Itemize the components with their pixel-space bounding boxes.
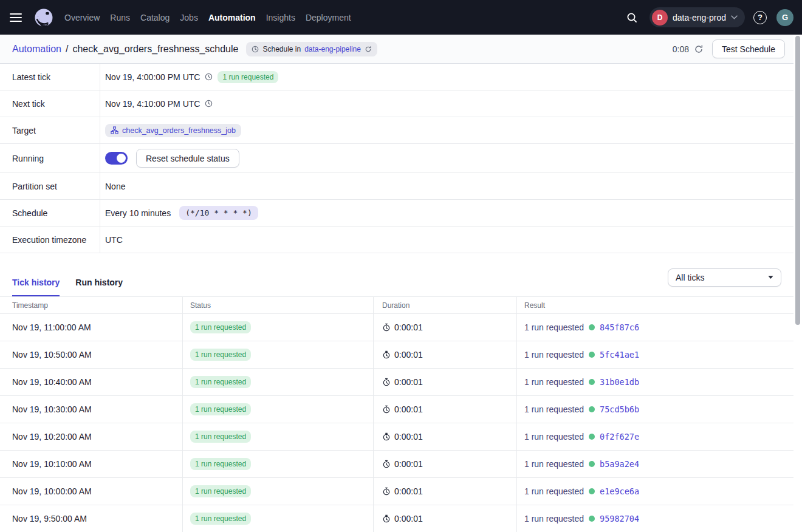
stopwatch-icon: [382, 487, 391, 496]
nav-item-insights[interactable]: Insights: [266, 13, 295, 22]
detail-row-running: Running Reset schedule status: [0, 144, 793, 173]
vertical-scrollbar[interactable]: [795, 36, 800, 325]
target-job-link[interactable]: check_avg_orders_freshness_job: [122, 126, 236, 135]
tick-result-text: 1 run requested: [524, 432, 584, 442]
clock-icon: [252, 46, 259, 53]
workspace-switcher[interactable]: D data-eng-prod: [649, 7, 745, 27]
detail-row-latest-tick: Latest tick Nov 19, 4:00:00 PM UTC 1 run…: [0, 64, 793, 90]
tick-result-text: 1 run requested: [524, 404, 584, 414]
ticks-filter-dropdown[interactable]: All ticks: [668, 268, 781, 287]
tick-status-badge: 1 run requested: [190, 376, 251, 388]
test-schedule-button[interactable]: Test Schedule: [712, 39, 785, 58]
tick-result-text: 1 run requested: [524, 459, 584, 469]
run-id-link[interactable]: 5fc41ae1: [600, 350, 639, 360]
tick-status-badge: 1 run requested: [190, 349, 251, 361]
workspace-name: data-eng-prod: [673, 13, 726, 22]
column-header-duration: Duration: [373, 297, 516, 313]
stopwatch-icon: [382, 514, 391, 523]
table-row: Nov 19, 10:10:00 AM 1 run requested 0:00…: [0, 451, 793, 478]
stopwatch-icon: [382, 460, 391, 468]
running-toggle[interactable]: [105, 152, 128, 165]
tick-result-text: 1 run requested: [524, 377, 584, 387]
table-row: Nov 19, 10:40:00 AM 1 run requested 0:00…: [0, 369, 793, 396]
ticks-filter-value: All ticks: [676, 273, 704, 282]
table-row: Nov 19, 10:50:00 AM 1 run requested 0:00…: [0, 341, 793, 369]
column-header-timestamp: Timestamp: [0, 297, 182, 313]
help-icon[interactable]: ?: [753, 11, 767, 24]
tick-duration: 0:00:01: [394, 514, 423, 523]
search-icon[interactable]: [623, 9, 641, 27]
breadcrumb-automation-link[interactable]: Automation: [12, 44, 61, 55]
tick-duration: 0:00:01: [394, 350, 423, 360]
run-status-dot: [589, 379, 595, 385]
detail-label: Running: [0, 144, 100, 172]
user-avatar[interactable]: G: [776, 9, 793, 26]
tick-result-text: 1 run requested: [524, 486, 584, 496]
clock-icon: [205, 73, 213, 81]
nav-item-automation[interactable]: Automation: [208, 13, 256, 22]
tick-status-badge: 1 run requested: [190, 403, 251, 415]
run-status-dot: [589, 516, 595, 522]
table-row: Nov 19, 10:30:00 AM 1 run requested 0:00…: [0, 396, 793, 423]
table-row: Nov 19, 10:00:00 AM 1 run requested 0:00…: [0, 478, 793, 505]
hamburger-menu-icon[interactable]: [10, 9, 27, 26]
stopwatch-icon: [382, 378, 391, 386]
detail-label: Target: [0, 117, 100, 143]
nav-item-catalog[interactable]: Catalog: [140, 13, 170, 22]
schedule-origin-badge: Schedule in data-eng-pipeline: [246, 42, 377, 56]
detail-label: Partition set: [0, 173, 100, 199]
run-id-link[interactable]: 95982704: [600, 514, 639, 523]
detail-row-partition-set: Partition set None: [0, 173, 793, 200]
tick-status-badge: 1 run requested: [190, 485, 251, 497]
tick-timestamp: Nov 19, 10:40:00 AM: [0, 369, 182, 395]
tick-timestamp: Nov 19, 11:00:00 AM: [0, 314, 182, 341]
history-tabs-bar: Tick history Run history All ticks: [0, 253, 793, 296]
tick-timestamp: Nov 19, 9:50:00 AM: [0, 505, 182, 532]
run-id-link[interactable]: b5a9a2e4: [600, 459, 639, 469]
refresh-icon[interactable]: [694, 44, 704, 54]
nav-item-overview[interactable]: Overview: [64, 13, 100, 22]
reset-schedule-status-button[interactable]: Reset schedule status: [136, 149, 239, 168]
tick-status-badge: 1 run requested: [190, 458, 251, 470]
tick-history-table: Timestamp Status Duration Result Nov 19,…: [0, 296, 793, 532]
reload-location-icon[interactable]: [365, 46, 372, 53]
nav-item-deployment[interactable]: Deployment: [306, 13, 351, 22]
tick-timestamp: Nov 19, 10:10:00 AM: [0, 451, 182, 477]
tick-duration: 0:00:01: [394, 377, 423, 387]
detail-label: Next tick: [0, 90, 100, 117]
tick-result-text: 1 run requested: [524, 514, 584, 523]
execution-timezone-value: UTC: [105, 235, 123, 245]
tick-duration: 0:00:01: [394, 404, 423, 414]
page-body: Automation / check_avg_orders_freshness_…: [0, 35, 802, 532]
run-status-dot: [589, 352, 595, 358]
tab-run-history[interactable]: Run history: [75, 278, 123, 296]
workspace-initial-badge: D: [652, 10, 668, 26]
code-location-link[interactable]: data-eng-pipeline: [304, 45, 361, 53]
detail-row-execution-timezone: Execution timezone UTC: [0, 227, 793, 253]
run-id-link[interactable]: 31b0e1db: [600, 377, 639, 387]
tick-duration: 0:00:01: [394, 459, 423, 469]
run-id-link[interactable]: 0f2f627e: [600, 432, 639, 442]
run-id-link[interactable]: e1e9ce6a: [600, 486, 639, 496]
run-id-link[interactable]: 75cd5b6b: [600, 404, 639, 414]
tick-duration: 0:00:01: [394, 432, 423, 442]
detail-label: Execution timezone: [0, 227, 100, 253]
tick-duration: 0:00:01: [394, 322, 423, 332]
table-header-row: Timestamp Status Duration Result: [0, 296, 793, 314]
tick-timestamp: Nov 19, 10:20:00 AM: [0, 423, 182, 450]
run-id-link[interactable]: 845f87c6: [600, 322, 639, 332]
tick-timestamp: Nov 19, 10:30:00 AM: [0, 396, 182, 423]
next-tick-time: Nov 19, 4:10:00 PM UTC: [105, 99, 200, 109]
origin-badge-prefix: Schedule in: [262, 45, 301, 53]
nav-item-jobs[interactable]: Jobs: [180, 13, 198, 22]
dagster-logo-icon[interactable]: [33, 7, 55, 29]
table-row: Nov 19, 11:00:00 AM 1 run requested 0:00…: [0, 314, 793, 341]
tab-tick-history[interactable]: Tick history: [12, 278, 60, 296]
nav-item-runs[interactable]: Runs: [110, 13, 130, 22]
tick-status-badge: 1 run requested: [190, 431, 251, 443]
caret-down-icon: [768, 276, 773, 279]
target-job-pill[interactable]: check_avg_orders_freshness_job: [105, 124, 241, 137]
clock-icon: [205, 100, 213, 107]
breadcrumb-separator: /: [66, 44, 68, 55]
cron-expression: (*/10 * * * *): [179, 206, 258, 220]
